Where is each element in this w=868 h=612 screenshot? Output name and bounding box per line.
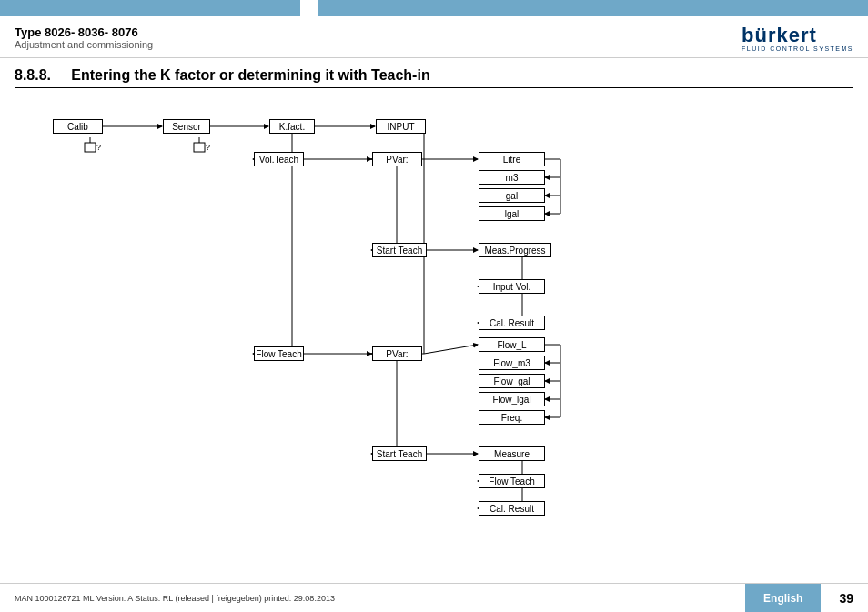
sensor-icon-left: ? <box>83 134 110 166</box>
section-number: 8.8.8. <box>15 67 51 83</box>
box-vol-teach: Vol.Teach <box>254 152 304 166</box>
top-bar-left <box>0 0 300 16</box>
svg-rect-43 <box>194 143 205 152</box>
logo-text: bürkert <box>742 24 817 46</box>
box-sensor: Sensor <box>163 119 210 134</box>
box-start-teach2: Start Teach <box>372 446 427 461</box>
box-pvar2: PVar: <box>372 346 422 361</box>
box-calib: Calib <box>53 119 103 134</box>
box-cal-result2: Cal. Result <box>479 501 545 516</box>
svg-text:?: ? <box>206 143 210 152</box>
doc-title: Type 8026- 8036- 8076 <box>15 25 153 39</box>
box-input: INPUT <box>376 119 426 134</box>
box-flow-l: Flow_L <box>479 337 545 352</box>
box-flow-teach2: Flow Teach <box>479 474 545 488</box>
box-flow-gal: Flow_gal <box>479 374 545 388</box>
section-heading: Entering the K factor or determining it … <box>71 67 429 83</box>
header-left: Type 8026- 8036- 8076 Adjustment and com… <box>15 25 153 50</box>
box-start-teach1: Start Teach <box>372 243 427 257</box>
footer-page: 39 <box>839 591 853 606</box>
footer-language[interactable]: English <box>745 584 821 613</box>
box-flow-lgal: Flow_lgal <box>479 392 545 406</box>
box-pvar1: PVar: <box>372 152 422 166</box>
logo-area: bürkert FLUID CONTROL SYSTEMS <box>742 24 853 52</box>
section-title: 8.8.8. Entering the K factor or determin… <box>15 67 853 88</box>
top-bar <box>0 0 868 16</box>
box-measure: Measure <box>479 446 545 461</box>
doc-subtitle: Adjustment and commissioning <box>15 39 153 50</box>
diagram-svg <box>15 101 853 519</box>
box-cal-result1: Cal. Result <box>479 316 545 330</box>
main-content: 8.8.8. Entering the K factor or determin… <box>0 58 868 528</box>
sensor-icon-right: ? <box>192 134 219 166</box>
box-input-vol: Input Vol. <box>479 279 545 294</box>
svg-line-26 <box>424 345 478 354</box>
box-litre: Litre <box>479 152 545 166</box>
footer-doc-info: MAN 1000126721 ML Version: A Status: RL … <box>15 594 335 603</box>
svg-rect-40 <box>85 143 96 152</box>
top-bar-right <box>318 0 868 16</box>
box-lgal: lgal <box>479 206 545 221</box>
diagram: ? ? Calib Sensor K.fact. INPUT <box>15 101 853 519</box>
box-meas-progress: Meas.Progress <box>479 243 551 257</box>
box-flow-m3: Flow_m3 <box>479 356 545 370</box>
svg-text:?: ? <box>96 143 101 152</box>
footer: MAN 1000126721 ML Version: A Status: RL … <box>0 583 868 612</box>
box-freq: Freq. <box>479 410 545 425</box>
box-kfact: K.fact. <box>269 119 315 134</box>
header: Type 8026- 8036- 8076 Adjustment and com… <box>0 16 868 58</box>
logo: bürkert FLUID CONTROL SYSTEMS <box>742 24 853 52</box>
box-gal: gal <box>479 188 545 203</box>
logo-sub: FLUID CONTROL SYSTEMS <box>742 45 853 52</box>
box-m3: m3 <box>479 170 545 185</box>
box-flow-teach1: Flow Teach <box>254 346 304 361</box>
